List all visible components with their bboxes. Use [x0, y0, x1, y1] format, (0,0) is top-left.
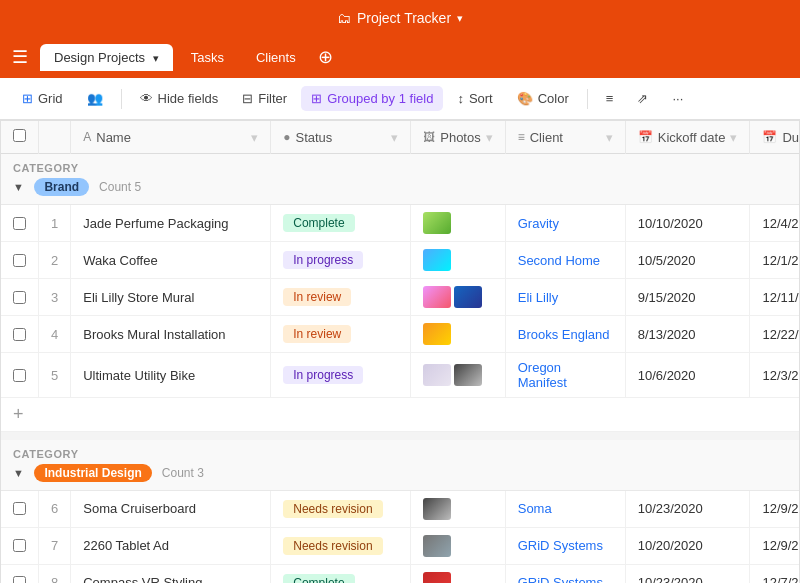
- row-due: 12/9/2020: [750, 527, 800, 564]
- row-due: 12/4/2020: [750, 205, 800, 242]
- filter-button[interactable]: ⊟ Filter: [232, 86, 297, 111]
- row-name[interactable]: Jade Perfume Packaging: [71, 205, 271, 242]
- row-photos[interactable]: [411, 490, 505, 527]
- row-photos[interactable]: [411, 527, 505, 564]
- row-kickoff: 10/10/2020: [625, 205, 750, 242]
- table-row: 5 Ultimate Utility Bike In progress Oreg…: [1, 353, 800, 398]
- category-arrow-industrial[interactable]: ▼: [13, 467, 24, 479]
- row-name[interactable]: Ultimate Utility Bike: [71, 353, 271, 398]
- row-photos[interactable]: [411, 564, 505, 583]
- row-photos[interactable]: [411, 279, 505, 316]
- share-button[interactable]: ⇗: [627, 86, 658, 111]
- row-client[interactable]: Second Home: [505, 242, 625, 279]
- row-checkbox[interactable]: [13, 328, 26, 341]
- row-checkbox[interactable]: [13, 254, 26, 267]
- row-name[interactable]: Eli Lilly Store Mural: [71, 279, 271, 316]
- due-col-icon: 📅: [762, 130, 777, 144]
- photos-col-arrow[interactable]: ▾: [486, 130, 493, 145]
- th-due[interactable]: 📅 Due date ▾: [750, 121, 800, 154]
- row-due: 12/3/2020: [750, 353, 800, 398]
- row-number: 6: [39, 490, 71, 527]
- nav-tab-design[interactable]: Design Projects ▾: [40, 44, 173, 71]
- nav-tab-tasks[interactable]: Tasks: [177, 44, 238, 71]
- row-status[interactable]: Needs revision: [271, 527, 411, 564]
- photo-thumb: [423, 364, 451, 386]
- row-number: 2: [39, 242, 71, 279]
- select-all-checkbox[interactable]: [13, 129, 26, 142]
- add-row-brand[interactable]: +: [1, 398, 800, 432]
- row-client[interactable]: GRiD Systems: [505, 564, 625, 583]
- hamburger-icon[interactable]: ☰: [12, 46, 28, 68]
- add-tab-button[interactable]: ⊕: [318, 46, 333, 68]
- kickoff-col-arrow[interactable]: ▾: [730, 130, 737, 145]
- row-photos[interactable]: [411, 353, 505, 398]
- row-name[interactable]: Brooks Mural Installation: [71, 316, 271, 353]
- group-icon: ⊞: [311, 91, 322, 106]
- people-button[interactable]: 👥: [77, 86, 113, 111]
- row-status[interactable]: In progress: [271, 242, 411, 279]
- row-photos[interactable]: [411, 242, 505, 279]
- table-row: 7 2260 Tablet Ad Needs revision GRiD Sys…: [1, 527, 800, 564]
- status-badge: In progress: [283, 366, 363, 384]
- table-header-row: A Name ▾ ● Status ▾: [1, 121, 800, 154]
- row-checkbox[interactable]: [13, 217, 26, 230]
- category-header-brand: CATEGORY ▼ Brand Count 5: [1, 154, 800, 205]
- th-photos[interactable]: 🖼 Photos ▾: [411, 121, 505, 154]
- row-checkbox[interactable]: [13, 539, 26, 552]
- hide-fields-button[interactable]: 👁 Hide fields: [130, 86, 229, 111]
- row-client[interactable]: Eli Lilly: [505, 279, 625, 316]
- status-col-arrow[interactable]: ▾: [391, 130, 398, 145]
- row-checkbox[interactable]: [13, 369, 26, 382]
- row-checkbox[interactable]: [13, 291, 26, 304]
- client-col-arrow[interactable]: ▾: [606, 130, 613, 145]
- category-tag-brand[interactable]: Brand: [34, 178, 89, 196]
- title-dropdown-icon[interactable]: ▾: [457, 12, 463, 25]
- row-status[interactable]: Needs revision: [271, 490, 411, 527]
- people-icon: 👥: [87, 91, 103, 106]
- table-row: 6 Soma Cruiserboard Needs revision Soma …: [1, 490, 800, 527]
- name-col-arrow[interactable]: ▾: [251, 130, 258, 145]
- category-tag-industrial[interactable]: Industrial Design: [34, 464, 151, 482]
- row-client[interactable]: Gravity: [505, 205, 625, 242]
- row-name[interactable]: 2260 Tablet Ad: [71, 527, 271, 564]
- row-number: 4: [39, 316, 71, 353]
- row-height-button[interactable]: ≡: [596, 86, 624, 111]
- row-name[interactable]: Soma Cruiserboard: [71, 490, 271, 527]
- row-name[interactable]: Compass VR Styling: [71, 564, 271, 583]
- th-name[interactable]: A Name ▾: [71, 121, 271, 154]
- row-client[interactable]: GRiD Systems: [505, 527, 625, 564]
- add-record-button[interactable]: +: [1, 398, 800, 432]
- photo-thumb: [423, 535, 451, 557]
- row-client[interactable]: Soma: [505, 490, 625, 527]
- row-status[interactable]: Complete: [271, 564, 411, 583]
- filter-icon: ⊟: [242, 91, 253, 106]
- row-status[interactable]: Complete: [271, 205, 411, 242]
- more-button[interactable]: ···: [662, 86, 693, 111]
- row-photos[interactable]: [411, 205, 505, 242]
- photos-col-icon: 🖼: [423, 130, 435, 144]
- th-client[interactable]: ≡ Client ▾: [505, 121, 625, 154]
- nav-tab-clients[interactable]: Clients: [242, 44, 310, 71]
- row-name[interactable]: Waka Coffee: [71, 242, 271, 279]
- row-kickoff: 9/15/2020: [625, 279, 750, 316]
- row-kickoff: 10/6/2020: [625, 353, 750, 398]
- row-client[interactable]: Oregon Manifest: [505, 353, 625, 398]
- more-icon: ···: [672, 91, 683, 106]
- category-arrow-brand[interactable]: ▼: [13, 181, 24, 193]
- row-status[interactable]: In progress: [271, 353, 411, 398]
- row-checkbox-cell: [1, 564, 39, 583]
- row-status[interactable]: In review: [271, 279, 411, 316]
- row-checkbox[interactable]: [13, 576, 26, 583]
- divider-1: [121, 89, 122, 109]
- row-status[interactable]: In review: [271, 316, 411, 353]
- row-photos[interactable]: [411, 316, 505, 353]
- color-button[interactable]: 🎨 Color: [507, 86, 579, 111]
- row-due: 12/22/2020: [750, 316, 800, 353]
- row-client[interactable]: Brooks England: [505, 316, 625, 353]
- row-checkbox[interactable]: [13, 502, 26, 515]
- group-button[interactable]: ⊞ Grouped by 1 field: [301, 86, 443, 111]
- grid-view-button[interactable]: ⊞ Grid: [12, 86, 73, 111]
- th-status[interactable]: ● Status ▾: [271, 121, 411, 154]
- sort-button[interactable]: ↕ Sort: [447, 86, 502, 111]
- th-kickoff[interactable]: 📅 Kickoff date ▾: [625, 121, 750, 154]
